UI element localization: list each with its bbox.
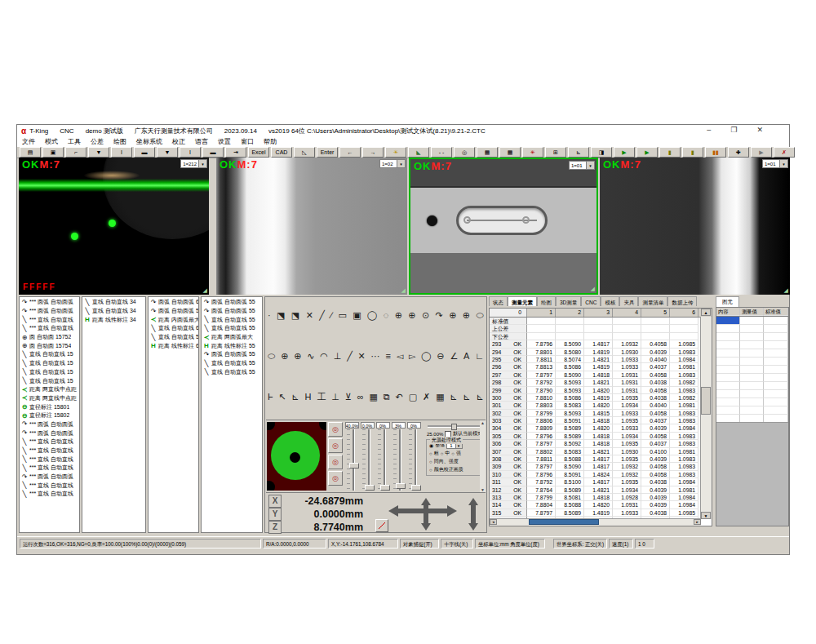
tab-element-values[interactable]: 图元 <box>716 296 739 308</box>
element-list-item[interactable]: ↷圆弧 自动圆弧 55 <box>202 298 262 307</box>
light-bulb-button[interactable]: ☀ <box>385 147 406 158</box>
focus-2-button[interactable]: Ι <box>180 147 201 158</box>
measure-tool-icon[interactable]: ⊕ <box>294 350 301 362</box>
tab-9[interactable]: 数据上传 <box>667 296 697 306</box>
edge-tool-button[interactable]: ⌐ <box>65 147 86 158</box>
enter-button[interactable]: Enter <box>317 147 338 158</box>
ring-segment-icon[interactable]: ◎ <box>328 455 343 469</box>
measure-tool-icon[interactable]: ◯ <box>421 350 431 362</box>
column-header[interactable]: 测量值 <box>740 308 764 316</box>
measure-tool-icon[interactable]: ⊻ <box>345 391 352 402</box>
measure-tool-icon[interactable]: ⊾ <box>477 391 484 402</box>
measure-tool-icon[interactable]: H <box>305 391 312 402</box>
empty-cell[interactable] <box>764 398 788 406</box>
empty-cell[interactable] <box>740 406 764 415</box>
measure-tool-icon[interactable]: ▢ <box>409 391 417 402</box>
probe-button[interactable]: ▼ <box>88 147 109 158</box>
tolerance-row[interactable]: 上公差 <box>490 325 712 332</box>
zoom-slider[interactable] <box>428 424 481 429</box>
empty-cell[interactable] <box>716 374 740 382</box>
axis-y-button[interactable]: Y <box>268 508 282 521</box>
element-list-item[interactable]: ↷*** 圆弧 自动圆弧 <box>20 307 79 316</box>
empty-cell[interactable] <box>716 390 740 398</box>
empty-cell[interactable] <box>716 341 740 349</box>
scroll-right-icon[interactable]: ► <box>694 519 701 525</box>
run-remote-button[interactable]: ▶ <box>751 147 772 158</box>
empty-cell[interactable] <box>716 366 740 374</box>
element-list-panel-1[interactable]: ↷*** 圆弧 自动圆弧↷*** 圆弧 自动圆弧╲*** 直线 自动直线╲***… <box>19 296 80 533</box>
element-list-item[interactable]: ╲*** 直线 自动直线 <box>20 464 79 473</box>
empty-cell[interactable] <box>740 382 764 390</box>
element-values-row[interactable] <box>716 382 788 390</box>
step-move-button[interactable]: ⇥ <box>225 147 246 158</box>
measure-tool-icon[interactable]: ◠ <box>320 350 328 362</box>
element-values-row[interactable] <box>716 398 788 406</box>
element-list-item[interactable]: ↷圆弧 自动圆弧 55 <box>149 307 198 316</box>
measure-tool-icon[interactable]: A <box>463 350 469 362</box>
menu-item[interactable]: 坐标系统 <box>131 137 167 146</box>
diagonal-move-button[interactable] <box>375 519 388 532</box>
empty-cell[interactable] <box>740 366 764 374</box>
element-list-item[interactable]: ⊖直径标注 15802 <box>20 411 79 420</box>
empty-cell[interactable] <box>764 341 788 349</box>
table-row[interactable]: 314OK7.88048.50881.48201.09310.40391.098… <box>490 501 712 509</box>
menu-item[interactable]: 模式 <box>40 137 63 146</box>
column-header[interactable]: 内容 <box>716 308 740 316</box>
measure-tool-icon[interactable]: ⬔ <box>291 309 299 321</box>
measure-tool-icon[interactable]: ▻ <box>409 350 415 362</box>
empty-cell[interactable] <box>740 317 764 325</box>
light-slider[interactable]: 0.0% <box>360 422 375 491</box>
measure-tool-icon[interactable]: ✕ <box>306 309 313 321</box>
selected-cell[interactable] <box>716 317 740 325</box>
element-list-item[interactable]: ↷圆弧 自动圆弧 55 <box>202 350 262 359</box>
table-row[interactable]: 305OK7.87968.50891.48181.09340.40581.098… <box>490 433 712 440</box>
element-list-item[interactable]: ╲直线 自动直线 15 <box>20 359 79 368</box>
element-list-item[interactable]: ╲直线 自动直线 34 <box>82 307 145 316</box>
element-list-item[interactable]: ↷*** 圆弧 自动圆弧 <box>20 420 79 429</box>
column-header[interactable]: 2 <box>556 309 584 317</box>
measure-tool-icon[interactable]: ✕ <box>358 350 366 362</box>
tab-2[interactable]: 测量元素 <box>508 296 537 306</box>
menu-item[interactable]: 窗口 <box>236 137 259 146</box>
measure-tool-icon[interactable]: ⬭ <box>476 309 483 321</box>
empty-cell[interactable] <box>740 341 764 349</box>
element-list-item[interactable]: ≺距离 两直线中点距 <box>20 394 79 403</box>
ring-segment-icon[interactable]: ◎ <box>328 422 343 437</box>
measure-tool-icon[interactable]: ⊥ <box>331 391 339 402</box>
measure-tool-icon[interactable]: ⬭ <box>268 350 275 362</box>
table-row[interactable]: 307OK7.88028.50831.48211.09300.41001.098… <box>490 448 712 455</box>
measure-tool-icon[interactable]: ⬔ <box>277 309 285 321</box>
column-header[interactable]: 5 <box>641 309 670 317</box>
column-header[interactable]: 标准值 <box>764 308 788 316</box>
empty-cell[interactable] <box>740 325 764 333</box>
measure-tool-icon[interactable]: ⧉ <box>384 391 390 402</box>
scroll-up-icon[interactable]: ▲ <box>481 420 485 425</box>
element-list-item[interactable]: ╲*** 直线 自动直线 <box>20 437 79 446</box>
light-slider-track[interactable] <box>378 429 388 491</box>
measure-tool-icon[interactable]: ⊕ <box>408 309 415 321</box>
menu-item[interactable]: 文件 <box>17 137 40 146</box>
pause-button[interactable]: ▮▮ <box>705 147 726 158</box>
element-values-row[interactable] <box>716 341 788 349</box>
element-list-item[interactable]: ╲直线 自动直线 55 <box>202 359 262 368</box>
light-slider[interactable]: 40.0% <box>344 422 359 491</box>
measure-tool-icon[interactable]: 工 <box>317 391 326 402</box>
maximize-icon[interactable]: ❐ <box>730 126 737 134</box>
angle-measure-button[interactable]: ◺ <box>294 147 315 158</box>
element-list-item[interactable]: ╲直线 自动直线 55 <box>149 333 198 342</box>
scroll-left-icon[interactable]: ◄ <box>490 519 497 525</box>
element-values-row[interactable] <box>716 374 788 382</box>
measure-tool-icon[interactable]: ∕ <box>330 309 332 321</box>
resize-handle-icon[interactable]: ◢ <box>591 286 595 292</box>
measure-tool-icon[interactable]: ⊕ <box>449 309 456 321</box>
measure-tool-icon[interactable]: ⊾ <box>291 391 299 402</box>
cad-export-button[interactable]: CAD <box>271 147 292 158</box>
measure-tool-icon[interactable]: ◌ <box>384 309 389 321</box>
measure-tool-icon[interactable]: · <box>268 309 271 321</box>
empty-cell[interactable] <box>764 374 788 382</box>
empty-cell[interactable] <box>716 382 740 390</box>
element-list-item[interactable]: ╲*** 直线 自动直线 <box>20 481 79 490</box>
slider-thumb[interactable] <box>396 483 406 489</box>
block-a-button[interactable]: ▮ <box>659 147 681 158</box>
menu-item[interactable]: 语言 <box>190 137 213 146</box>
